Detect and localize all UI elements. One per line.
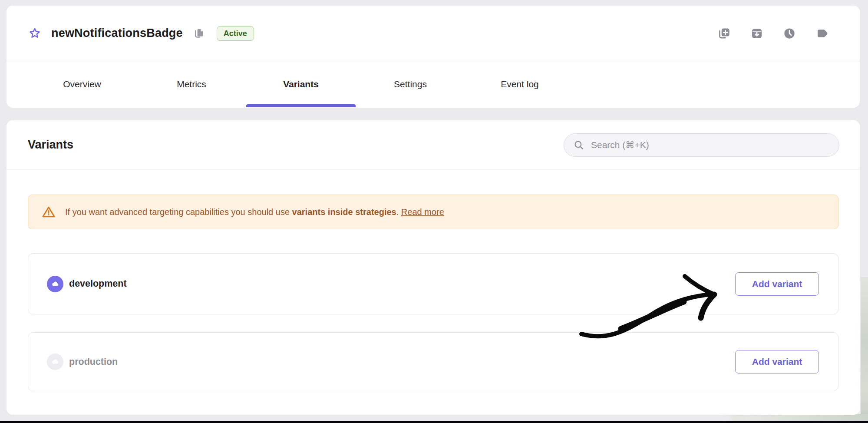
status-badge: Active <box>217 26 254 41</box>
background-texture <box>861 277 868 421</box>
add-variant-button-production[interactable]: Add variant <box>735 350 819 373</box>
copy-name-icon[interactable] <box>193 27 205 39</box>
warning-text: If you want advanced targeting capabilit… <box>65 207 444 217</box>
tab-settings[interactable]: Settings <box>356 61 465 107</box>
warning-icon <box>41 205 56 219</box>
tag-icon[interactable] <box>815 27 828 40</box>
page-title: newNotificationsBadge <box>51 26 183 40</box>
archive-icon[interactable] <box>750 27 763 40</box>
header-row: newNotificationsBadge Active <box>7 6 860 61</box>
header-actions <box>718 27 828 40</box>
section-heading: Variants <box>28 138 73 152</box>
warning-banner: If you want advanced targeting capabilit… <box>28 195 838 229</box>
environment-name: development <box>69 278 127 289</box>
tab-event-log[interactable]: Event log <box>465 61 574 107</box>
feature-header-card: newNotificationsBadge Active <box>7 6 860 108</box>
tab-overview[interactable]: Overview <box>27 61 137 107</box>
feature-tabs: Overview Metrics Variants Settings Event… <box>7 61 860 107</box>
cloud-environment-icon <box>47 276 63 292</box>
environment-row-development: development Add variant <box>28 253 838 314</box>
cloud-environment-icon <box>47 354 63 370</box>
search-input[interactable] <box>590 139 835 151</box>
history-icon[interactable] <box>783 27 796 40</box>
environment-name: production <box>69 357 118 367</box>
variants-content: If you want advanced targeting capabilit… <box>7 170 860 391</box>
screenshot-bottom-edge <box>0 421 868 423</box>
active-tab-indicator <box>246 104 356 107</box>
variants-panel: Variants If you want advanced targeting … <box>7 120 860 415</box>
favorite-star-icon[interactable] <box>28 27 41 40</box>
tab-variants[interactable]: Variants <box>246 61 356 107</box>
read-more-link[interactable]: Read more <box>401 207 444 217</box>
search-box[interactable] <box>564 133 839 157</box>
variants-heading-row: Variants <box>7 120 860 170</box>
duplicate-feature-icon[interactable] <box>718 27 731 40</box>
environment-row-production: production Add variant <box>28 332 838 391</box>
add-variant-button-development[interactable]: Add variant <box>735 272 819 296</box>
search-icon <box>573 139 584 151</box>
tab-metrics[interactable]: Metrics <box>137 61 246 107</box>
feature-flag-page: newNotificationsBadge Active <box>0 0 868 423</box>
